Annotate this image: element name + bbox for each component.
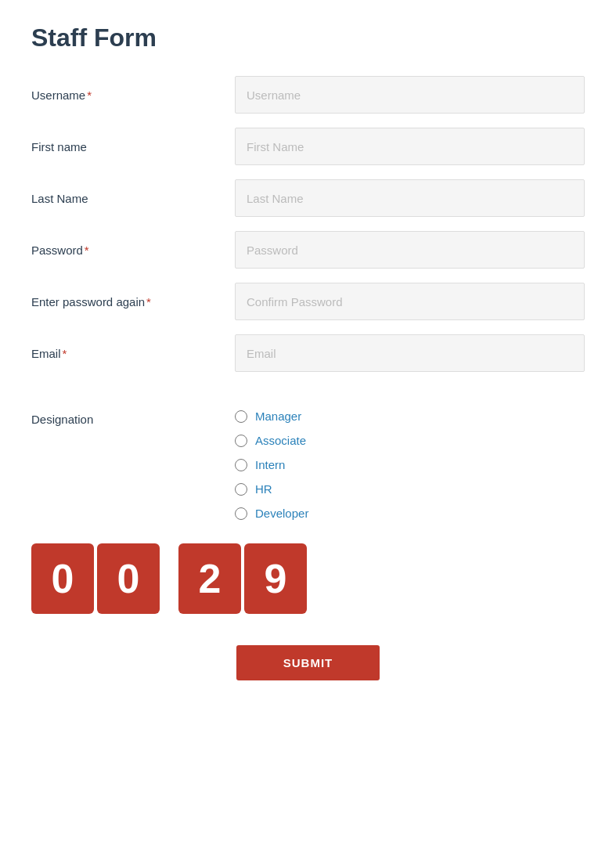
submit-button[interactable]: SUBMIT <box>236 645 380 680</box>
page-title: Staff Form <box>31 23 585 52</box>
countdown-section: 0029 <box>31 543 585 614</box>
radio-item-developer[interactable]: Developer <box>235 507 308 520</box>
countdown-digit-0: 0 <box>31 543 94 614</box>
form-row-email: Email* <box>31 334 585 372</box>
required-indicator-password: * <box>85 244 89 257</box>
label-first_name: First name <box>31 140 235 153</box>
required-indicator-confirm_password: * <box>146 295 151 309</box>
input-username[interactable] <box>235 76 585 114</box>
radio-input-developer[interactable] <box>235 507 247 520</box>
required-indicator-email: * <box>63 347 67 360</box>
input-password[interactable] <box>235 231 585 269</box>
form-row-first_name: First name <box>31 128 585 165</box>
countdown-digit-2: 2 <box>178 543 241 614</box>
radio-item-intern[interactable]: Intern <box>235 458 308 471</box>
radio-label-intern: Intern <box>255 458 285 471</box>
submit-section: SUBMIT <box>31 645 585 680</box>
form-row-username: Username* <box>31 76 585 114</box>
label-email: Email* <box>31 347 235 360</box>
radio-input-associate[interactable] <box>235 435 247 447</box>
input-last_name[interactable] <box>235 179 585 217</box>
label-username: Username* <box>31 88 235 102</box>
input-confirm_password[interactable] <box>235 283 585 320</box>
radio-label-manager: Manager <box>255 410 301 423</box>
form-row-last_name: Last Name <box>31 179 585 217</box>
countdown-display: 0029 <box>31 543 585 614</box>
form-row-password: Password* <box>31 231 585 269</box>
designation-section: Designation ManagerAssociateInternHRDeve… <box>31 410 585 520</box>
required-indicator-username: * <box>87 88 92 102</box>
designation-radio-group: ManagerAssociateInternHRDeveloper <box>235 410 308 520</box>
radio-input-intern[interactable] <box>235 459 247 471</box>
radio-label-hr: HR <box>255 482 272 496</box>
form-row-confirm_password: Enter password again* <box>31 283 585 320</box>
radio-input-hr[interactable] <box>235 483 247 496</box>
label-last_name: Last Name <box>31 192 235 205</box>
radio-label-associate: Associate <box>255 434 306 447</box>
label-confirm_password: Enter password again* <box>31 295 235 309</box>
designation-label: Designation <box>31 410 235 426</box>
radio-label-developer: Developer <box>255 507 308 520</box>
radio-item-manager[interactable]: Manager <box>235 410 308 423</box>
radio-item-hr[interactable]: HR <box>235 482 308 496</box>
countdown-digit-3: 9 <box>244 543 307 614</box>
input-email[interactable] <box>235 334 585 372</box>
label-password: Password* <box>31 244 235 257</box>
radio-input-manager[interactable] <box>235 410 247 423</box>
countdown-digit-1: 0 <box>97 543 160 614</box>
input-first_name[interactable] <box>235 128 585 165</box>
radio-item-associate[interactable]: Associate <box>235 434 308 447</box>
